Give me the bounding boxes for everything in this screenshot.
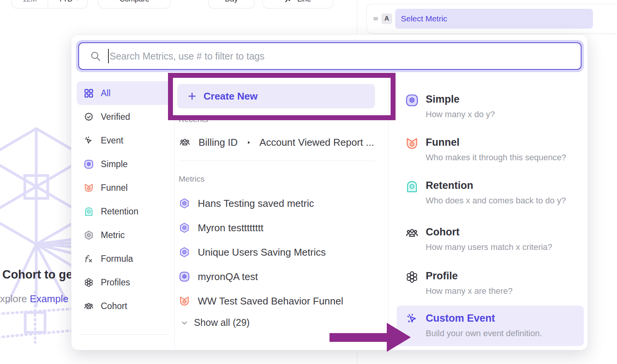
date-range-segmented-control[interactable]: 12M YTD bbox=[11, 0, 88, 8]
line-chart-icon bbox=[284, 0, 294, 4]
sidebar-item-formula[interactable]: Formula bbox=[77, 247, 171, 271]
profiles-icon bbox=[405, 270, 419, 284]
metric-type-description: Who makes it through this sequence? bbox=[426, 153, 566, 163]
metric-type-title: Cohort bbox=[426, 226, 459, 238]
metric-type-description: Build your own event definition. bbox=[426, 329, 542, 338]
metric-type-description: How many x are there? bbox=[426, 286, 512, 296]
example-link[interactable]: Example I bbox=[30, 293, 74, 304]
simple-icon bbox=[179, 271, 190, 283]
profiles-icon bbox=[84, 277, 94, 288]
retention-icon bbox=[84, 206, 94, 217]
sidebar-item-verified[interactable]: Verified bbox=[77, 105, 171, 129]
sidebar-item-label: T bbox=[101, 350, 106, 351]
sidebar-item-funnel[interactable]: Funnel bbox=[77, 176, 171, 200]
show-all-label: Show all (29) bbox=[194, 317, 250, 328]
saved-metric-label: Hans Testing saved metric bbox=[198, 198, 314, 209]
formula-icon bbox=[84, 254, 94, 264]
saved-metric-label: WW Test Saved Behavior Funnel bbox=[198, 295, 343, 307]
metric-type-funnel[interactable]: FunnelWho makes it through this sequence… bbox=[397, 130, 584, 168]
range-ytd-label: YTD bbox=[58, 0, 73, 3]
sidebar-item-cohort[interactable]: Cohort bbox=[77, 294, 171, 318]
select-metric-label: Select Metric bbox=[401, 14, 447, 23]
range-ytd-button[interactable]: YTD bbox=[52, 0, 88, 8]
hexagon-metric-icon bbox=[179, 246, 190, 258]
funnel-icon bbox=[84, 183, 94, 193]
saved-metric-item-myronqa-test[interactable]: myronQA test bbox=[179, 267, 258, 286]
saved-metric-item-myron-testttttttt[interactable]: Myron testttttttt bbox=[179, 218, 263, 237]
metric-type-description: How many users match x criteria? bbox=[426, 242, 552, 252]
series-letter: A bbox=[384, 15, 389, 23]
sidebar-item-event[interactable]: Event bbox=[77, 129, 171, 152]
background-explore-text: xplore Example I bbox=[0, 293, 74, 305]
metric-icon bbox=[84, 230, 94, 240]
tag-icon bbox=[84, 350, 94, 351]
metric-type-title: Simple bbox=[426, 93, 460, 105]
sidebar-item-retention[interactable]: Retention bbox=[77, 200, 171, 223]
metric-type-title: Funnel bbox=[426, 137, 460, 148]
sidebar-item-label: Metric bbox=[101, 230, 125, 240]
metric-type-description: How many x do y? bbox=[426, 110, 495, 119]
sidebar-item-all[interactable]: All bbox=[77, 81, 171, 105]
sidebar-item-label: Verified bbox=[101, 112, 130, 122]
sidebar-item-label: Event bbox=[101, 135, 123, 146]
metric-type-description: Who does x and comes back to do y? bbox=[426, 196, 566, 206]
sidebar-item-metric[interactable]: Metric bbox=[77, 223, 171, 247]
cohort-icon bbox=[179, 137, 191, 148]
cohort-icon bbox=[84, 301, 94, 311]
chart-type-button[interactable]: Line bbox=[262, 0, 333, 8]
range-12m-label: 12M bbox=[23, 0, 37, 3]
range-12m-button[interactable]: 12M bbox=[12, 0, 48, 8]
plus-icon bbox=[187, 91, 197, 101]
granularity-button[interactable]: Day bbox=[208, 0, 255, 8]
funnel-icon bbox=[405, 137, 419, 150]
sidebar-item-label: Profiles bbox=[101, 277, 130, 288]
custom-event-icon bbox=[405, 312, 419, 326]
saved-metric-label: Unique Users Saving Metrics bbox=[198, 246, 326, 258]
sidebar-item-label: Cohort bbox=[101, 301, 127, 311]
metric-type-custom-event[interactable]: Custom EventBuild your own event definit… bbox=[397, 306, 584, 346]
explore-prefix: xplore bbox=[0, 293, 27, 304]
recent-item-name: Billing ID bbox=[199, 137, 238, 148]
metric-type-profile[interactable]: ProfileHow many x are there? bbox=[397, 263, 584, 301]
grid-icon bbox=[84, 88, 94, 98]
chart-type-label: Line bbox=[297, 0, 311, 3]
metric-type-title: Retention bbox=[426, 180, 473, 192]
chevron-down-icon bbox=[75, 0, 81, 2]
drag-handle-icon[interactable] bbox=[372, 15, 379, 22]
recent-item-detail: Account Viewed Report ... bbox=[260, 137, 374, 148]
compare-button[interactable]: Compare bbox=[98, 0, 171, 8]
background-headline: Cohort to ge bbox=[2, 268, 73, 282]
sidebar-item-label: Simple bbox=[101, 159, 128, 169]
show-all-button[interactable]: Show all (29) bbox=[180, 317, 250, 328]
sidebar-item-simple[interactable]: Simple bbox=[77, 152, 171, 176]
metric-type-retention[interactable]: RetentionWho does x and comes back to do… bbox=[397, 173, 584, 211]
create-new-label: Create New bbox=[204, 90, 258, 102]
sidebar-item-overflow[interactable]: T bbox=[77, 343, 171, 350]
metric-type-simple[interactable]: SimpleHow many x do y? bbox=[397, 87, 584, 125]
sidebar-item-profiles[interactable]: Profiles bbox=[77, 271, 171, 294]
sidebar-item-label: All bbox=[101, 88, 111, 98]
metric-type-cohort[interactable]: CohortHow many users match x criteria? bbox=[397, 219, 584, 258]
metric-picker-modal: AllVerifiedEventSimpleFunnelRetentionMet… bbox=[71, 34, 588, 350]
create-new-button[interactable]: Create New bbox=[177, 84, 375, 108]
series-badge: A bbox=[381, 13, 392, 24]
hexagon-metric-icon bbox=[179, 222, 190, 234]
hexagon-metric-icon bbox=[179, 197, 190, 209]
select-metric-pill[interactable]: Select Metric bbox=[395, 9, 593, 29]
metrics-header: Metrics bbox=[179, 174, 205, 184]
saved-metric-item-hans-testing-saved-metric[interactable]: Hans Testing saved metric bbox=[179, 194, 314, 213]
saved-metric-label: myronQA test bbox=[198, 271, 258, 283]
saved-metric-item-ww-test-saved-behavior-funnel[interactable]: WW Test Saved Behavior Funnel bbox=[179, 292, 343, 311]
metric-search-input[interactable] bbox=[79, 43, 581, 69]
sidebar-item-label: Formula bbox=[101, 254, 133, 264]
query-builder-card: A Select Metric bbox=[367, 4, 617, 34]
triangle-right-icon bbox=[246, 139, 252, 146]
saved-metric-label: Myron testttttttt bbox=[198, 222, 263, 234]
saved-metric-item-unique-users-saving-metrics[interactable]: Unique Users Saving Metrics bbox=[179, 243, 326, 262]
sidebar-item-label: Retention bbox=[101, 206, 138, 217]
funnel-icon bbox=[179, 295, 190, 307]
recent-item-billing-id[interactable]: Billing IDAccount Viewed Report ... bbox=[179, 133, 374, 152]
cohort-icon bbox=[405, 226, 419, 240]
types-column-divider bbox=[388, 80, 389, 350]
sidebar-divider bbox=[79, 334, 169, 335]
